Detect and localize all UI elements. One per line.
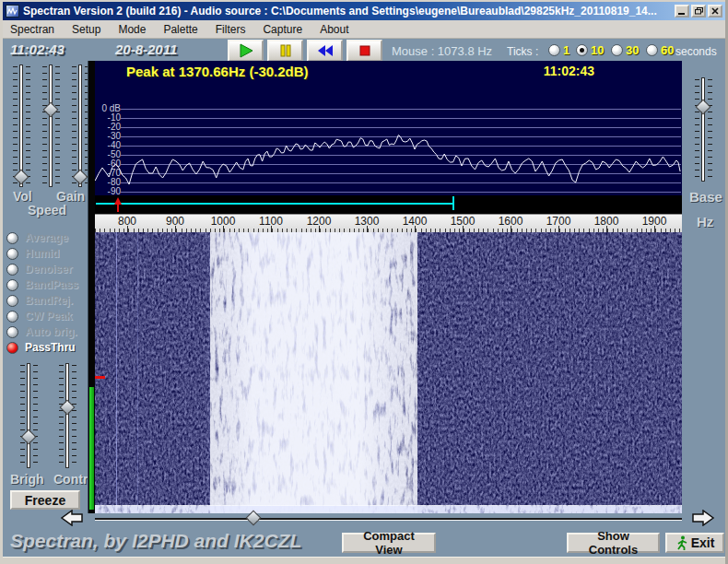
rewind-button[interactable] xyxy=(307,40,343,62)
led-icon xyxy=(6,232,18,244)
led-icon xyxy=(6,311,18,323)
slider-track[interactable] xyxy=(65,363,69,468)
scroll-right-arrow-icon[interactable] xyxy=(691,510,715,526)
led-icon xyxy=(6,342,18,354)
slider-track[interactable] xyxy=(701,77,705,182)
frequency-major-tick xyxy=(223,226,224,232)
close-button[interactable] xyxy=(708,5,722,18)
play-button[interactable] xyxy=(228,40,264,62)
ticks-radio-30[interactable] xyxy=(611,44,623,56)
menu-palette[interactable]: Palette xyxy=(163,23,197,36)
compact-view-button[interactable]: Compact View xyxy=(342,533,436,553)
rewind-icon xyxy=(317,44,334,57)
seconds-label: seconds xyxy=(675,45,717,58)
checkbox-label: BandPass xyxy=(25,278,78,291)
checkbox-denoiser[interactable]: Denoiser xyxy=(6,262,93,276)
spectran-window: Spectran Version 2 (build 216) - Audio s… xyxy=(0,0,728,564)
slider-track[interactable] xyxy=(49,65,53,187)
slider-ticks xyxy=(695,79,699,180)
spectrum-panel[interactable]: Peak at 1370.66Hz (-30.2dB) 11:02:43 0 d… xyxy=(95,61,682,195)
minimize-button[interactable] xyxy=(675,5,689,18)
waterfall-display[interactable] xyxy=(95,232,682,513)
toolbar: 11:02:43 20-8-2011 Mouse : 1073.8 Hz Tic… xyxy=(3,40,725,61)
menu-mode[interactable]: Mode xyxy=(118,23,146,36)
menu-setup[interactable]: Setup xyxy=(72,23,100,36)
gain-label: Gain xyxy=(56,189,85,204)
ticks-radio-1-label[interactable]: 1 xyxy=(563,43,569,57)
checkbox-humid[interactable]: Humid xyxy=(6,246,93,261)
menu-spectran[interactable]: Spectran xyxy=(10,23,54,36)
show-controls-button[interactable]: Show Controls xyxy=(567,533,660,553)
checkbox-bandrej[interactable]: BandRej. xyxy=(6,293,93,308)
exit-button[interactable]: Exit xyxy=(665,533,724,553)
date-display: 20-8-2011 xyxy=(115,41,177,57)
checkbox-label: PassThru xyxy=(25,341,76,354)
waterfall-progress-track xyxy=(88,61,95,513)
menu-filters[interactable]: Filters xyxy=(216,23,246,36)
frequency-major-tick xyxy=(606,226,607,232)
cursor-marker-strip[interactable] xyxy=(95,195,682,214)
contrast-slider[interactable] xyxy=(58,363,77,468)
cyan-cursor-end-tick xyxy=(452,196,454,210)
checkbox-bandpass[interactable]: BandPass xyxy=(6,277,93,292)
credit-text: Spectran, by I2PHD and IK2CZL xyxy=(10,530,301,552)
window-title: Spectran Version 2 (build 216) - Audio s… xyxy=(23,5,673,18)
ticks-radio-10-label[interactable]: 10 xyxy=(591,43,604,57)
running-man-icon xyxy=(675,535,687,551)
frequency-major-tick xyxy=(654,226,655,232)
speed-slider[interactable] xyxy=(41,65,61,187)
base-label: Base xyxy=(689,189,722,205)
speed-label: Speed xyxy=(28,203,66,217)
title-bar[interactable]: Spectran Version 2 (build 216) - Audio s… xyxy=(3,2,725,20)
app-icon xyxy=(6,5,19,18)
checkbox-label: Denoiser xyxy=(25,263,72,276)
vol-slider[interactable] xyxy=(12,65,31,187)
ticks-radio-30-label[interactable]: 30 xyxy=(626,43,639,57)
waterfall-noise-texture xyxy=(95,232,682,513)
ticks-radio-10[interactable] xyxy=(576,44,588,56)
ticks-radio-60[interactable] xyxy=(646,44,658,56)
base-slider[interactable] xyxy=(694,77,713,182)
stop-icon xyxy=(359,45,370,56)
slider-ticks xyxy=(20,365,25,466)
menu-capture[interactable]: Capture xyxy=(263,23,302,36)
checkbox-label: Humid xyxy=(25,247,59,260)
frequency-major-tick xyxy=(271,226,272,232)
frequency-major-tick xyxy=(558,226,559,232)
slider-ticks xyxy=(26,66,30,185)
clock-display: 11:02:43 xyxy=(10,41,65,57)
vol-label: Vol xyxy=(13,189,32,204)
slider-ticks xyxy=(33,365,38,466)
checkbox-average[interactable]: Average xyxy=(6,230,93,245)
slider-ticks xyxy=(55,66,60,185)
checkbox-passthru[interactable]: PassThru xyxy=(6,340,93,355)
brightness-slider[interactable] xyxy=(19,363,39,468)
stop-button[interactable] xyxy=(346,40,382,62)
checkbox-label: Average xyxy=(25,231,68,244)
waterfall-progress-bar xyxy=(89,387,94,510)
freeze-button[interactable]: Freeze xyxy=(10,490,80,510)
checkbox-cw-peak[interactable]: CW Peak xyxy=(6,309,93,323)
frequency-major-tick xyxy=(175,226,176,232)
pause-icon xyxy=(279,44,292,57)
frequency-major-tick xyxy=(463,226,464,232)
checkbox-label: CW Peak xyxy=(25,310,72,323)
led-icon xyxy=(6,264,18,276)
ticks-radio-60-label[interactable]: 60 xyxy=(661,43,674,57)
frequency-major-tick xyxy=(367,226,368,232)
brigh-label: Brigh xyxy=(10,472,44,487)
horizontal-position-slider[interactable] xyxy=(95,518,682,521)
slider-ticks xyxy=(59,365,64,466)
waterfall-red-tick xyxy=(95,376,105,379)
slider-ticks xyxy=(13,66,18,185)
menu-about[interactable]: About xyxy=(320,23,348,36)
slider-track[interactable] xyxy=(27,363,30,468)
restore-button[interactable] xyxy=(691,5,706,18)
checkbox-label: Auto brig. xyxy=(25,325,77,338)
mouse-frequency-readout: Mouse : 1073.8 Hz xyxy=(392,44,492,58)
frequency-ruler[interactable]: 8009001000110012001300140015001600170018… xyxy=(95,214,682,232)
scroll-left-arrow-icon[interactable] xyxy=(60,510,84,526)
pause-button[interactable] xyxy=(267,40,303,62)
checkbox-auto-brig[interactable]: Auto brig. xyxy=(6,324,93,339)
ticks-radio-1[interactable] xyxy=(548,44,560,56)
